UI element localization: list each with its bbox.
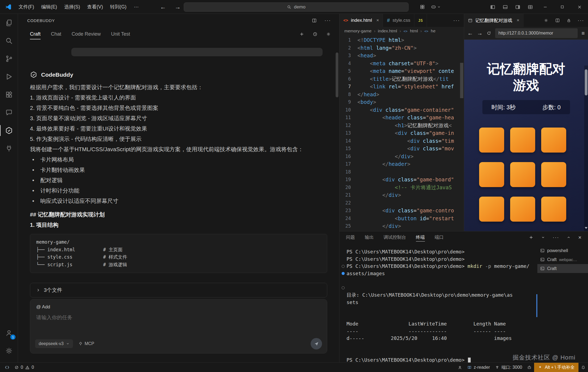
tab-simple-browser[interactable]: 记忆翻牌配对游戏 × (464, 14, 523, 27)
breadcrumb-item[interactable]: memory-game (344, 29, 372, 33)
account-icon[interactable]: 1 (0, 324, 18, 342)
sidebar-tab[interactable]: Unit Test (111, 31, 130, 37)
lock-icon[interactable] (566, 18, 571, 23)
task-input[interactable]: 请输入你的任务 (36, 314, 321, 321)
files-toggle[interactable]: 3个文件 (30, 283, 327, 297)
customize-layout-icon[interactable] (524, 0, 537, 14)
panel-tab[interactable]: 输出 (365, 231, 374, 243)
maximize-button[interactable] (554, 0, 571, 14)
menu-item[interactable]: 文件(F) (15, 0, 38, 14)
url-input[interactable]: http://127.0.0.1:3000/memor (495, 28, 578, 38)
browser-menu-icon[interactable]: ≡ (581, 30, 585, 36)
minimize-button[interactable] (537, 0, 554, 14)
codebuddy-icon[interactable] (0, 122, 18, 140)
close-window-button[interactable] (571, 0, 588, 14)
tab-index-html[interactable]: <> index.html × (339, 14, 383, 27)
browser-back-icon[interactable]: ← (467, 30, 473, 36)
browser-settings-icon[interactable] (544, 18, 549, 23)
memory-card[interactable] (541, 128, 566, 153)
terminal-session[interactable]: Craftwebpac… (537, 255, 588, 264)
memory-card[interactable] (510, 197, 535, 222)
memory-card[interactable] (510, 162, 535, 187)
terminal-output[interactable]: PS C:\Users\MATEBOOK14\Desktop\pro\demo>… (339, 243, 537, 362)
menu-item[interactable]: 转到(G) (106, 0, 130, 14)
z-reader-button[interactable]: z-reader (465, 363, 492, 372)
search-sidebar-icon[interactable] (0, 32, 18, 50)
memory-card[interactable] (541, 162, 566, 187)
close-tab-icon[interactable]: × (517, 18, 519, 23)
menu-item[interactable]: 编辑(E) (38, 0, 60, 14)
editor-scrollbar[interactable] (460, 63, 463, 98)
panel-tab[interactable]: 端口 (435, 231, 444, 243)
menubar-more-icon[interactable]: ··· (130, 4, 143, 10)
breadcrumb-item[interactable]: html (410, 29, 418, 33)
memory-card[interactable] (479, 162, 504, 187)
model-selector[interactable]: deepseek-v3 (35, 339, 73, 348)
preview-scrollbar-thumb[interactable] (585, 69, 587, 95)
split-editor-icon[interactable] (555, 18, 560, 23)
apps-icon[interactable] (416, 0, 428, 14)
toggle-secondary-sidebar-icon[interactable] (512, 0, 524, 14)
remote-button[interactable] (2, 363, 12, 372)
breadcrumb-item[interactable]: index.html (378, 29, 397, 33)
more-actions-icon[interactable]: ··· (324, 18, 331, 23)
chevron-down-icon[interactable] (541, 235, 545, 239)
ai-assistant-button[interactable] (525, 363, 534, 372)
memory-card[interactable] (479, 197, 504, 222)
reload-icon[interactable] (486, 31, 491, 36)
account-status-button[interactable] (455, 363, 465, 372)
terminal-session[interactable]: Craft (537, 264, 588, 273)
open-editor-icon[interactable] (312, 18, 317, 23)
panel-tab[interactable]: 问题 (346, 231, 355, 243)
browser-forward-icon[interactable]: → (477, 30, 483, 36)
toggle-primary-sidebar-icon[interactable] (486, 0, 499, 14)
sidebar-tab[interactable]: Chat (51, 31, 61, 37)
add-context-button[interactable]: @ Add (36, 304, 321, 310)
copilot-button[interactable] (428, 4, 443, 10)
memory-card[interactable] (510, 128, 535, 153)
code-editor[interactable]: 1<!DOCTYPE html>2<html lang="zh-CN">3<he… (339, 35, 464, 231)
send-button[interactable] (311, 338, 322, 349)
terminal-session[interactable]: powershell (537, 246, 588, 255)
sidebar-tab[interactable]: Craft (30, 31, 41, 37)
more-actions-icon[interactable]: ··· (578, 18, 584, 23)
history-icon[interactable] (313, 32, 318, 37)
sidebar-tab[interactable]: Code Review (72, 31, 101, 37)
ports-button[interactable]: 端口: 3000 (492, 363, 525, 372)
command-center-search[interactable]: demo (184, 2, 409, 12)
new-terminal-icon[interactable] (529, 235, 534, 240)
panel-tab[interactable]: 调试控制台 (384, 231, 406, 243)
task-composer[interactable]: @ Add 请输入你的任务 deepseek-v3 MCP (30, 299, 327, 354)
chevron-up-icon[interactable] (567, 235, 571, 239)
close-tab-icon[interactable]: × (376, 18, 379, 23)
close-panel-icon[interactable]: × (578, 234, 581, 241)
breadcrumb-item[interactable]: he (431, 29, 436, 33)
settings-gear-icon[interactable] (0, 342, 18, 360)
preview-scrollbar[interactable] (584, 66, 588, 231)
tab-style-css[interactable]: # style.css (383, 14, 414, 27)
nav-back-icon[interactable]: ← (160, 4, 166, 11)
notifications-button[interactable] (578, 363, 588, 372)
explorer-icon[interactable] (0, 14, 18, 32)
source-control-icon[interactable] (0, 50, 18, 68)
new-chat-icon[interactable] (299, 32, 304, 37)
problems-button[interactable]: 0 0 (12, 363, 36, 372)
breadcrumb[interactable]: memory-game › index.html › <> html › <> … (339, 27, 464, 35)
menu-item[interactable]: 查看(V) (84, 0, 106, 14)
scroll-down-arrow-icon[interactable] (585, 227, 587, 229)
editor-more-actions-icon[interactable]: ··· (449, 14, 464, 27)
toggle-panel-icon[interactable] (499, 0, 512, 14)
memory-card[interactable] (541, 197, 566, 222)
menu-item[interactable]: 选择(S) (61, 0, 84, 14)
nav-forward-icon[interactable]: → (175, 4, 181, 11)
panel-more-actions-icon[interactable]: ··· (553, 235, 559, 240)
settings-icon[interactable] (326, 32, 331, 37)
sidebar-scrollbar[interactable] (336, 52, 338, 97)
plug-icon[interactable] (0, 140, 18, 157)
memory-card[interactable] (479, 128, 504, 153)
run-debug-icon[interactable] (0, 68, 18, 86)
tab-script-js[interactable]: JS (414, 14, 427, 27)
panel-tab[interactable]: 终端 (416, 231, 425, 243)
completion-badge[interactable]: Alt + \ 手动补全 (534, 363, 578, 372)
chat-icon[interactable] (0, 104, 18, 122)
